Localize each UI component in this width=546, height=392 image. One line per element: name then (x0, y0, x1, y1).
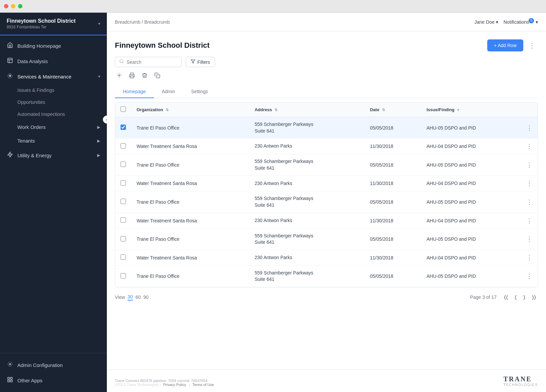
settings-icon[interactable] (115, 71, 124, 81)
fullscreen-button[interactable] (18, 4, 22, 8)
row-address-4: 559 Schamberger ParkwaysSuite 641 (249, 191, 364, 213)
filter-button[interactable]: Filters (186, 57, 215, 67)
sidebar-item-building-homepage[interactable]: Building Homepage (0, 38, 107, 53)
tab-admin[interactable]: Admin (154, 85, 183, 98)
row-checkbox-5[interactable] (121, 217, 126, 223)
header-actions: + Add Row ⋮ (487, 39, 538, 51)
search-input[interactable] (127, 59, 177, 65)
user-menu-chevron: ▾ (496, 19, 498, 25)
row-organization-7: Water Treatment Santa Rosa (131, 250, 249, 265)
row-checkbox-1[interactable] (121, 143, 126, 149)
content-header: Finneytown School District + Add Row ⋮ (115, 39, 538, 51)
row-checkbox-3[interactable] (121, 180, 126, 186)
work-orders-arrow: ▶ (97, 125, 100, 130)
svg-rect-12 (131, 76, 134, 78)
view-90[interactable]: 90 (143, 295, 149, 300)
table-row: Water Treatment Santa Rosa 230 Antwon Pa… (115, 176, 538, 191)
view-60[interactable]: 60 (136, 295, 141, 300)
row-checkbox-2[interactable] (121, 162, 126, 167)
close-button[interactable] (4, 4, 8, 8)
table-header-row: Organization ⇅ Address ⇅ Date ⇅ Issue/Fi… (115, 103, 538, 117)
terms-link[interactable]: Terms of Use (192, 383, 214, 387)
col-date[interactable]: Date ⇅ (365, 103, 421, 117)
row-more-button-2[interactable]: ⋮ (521, 154, 538, 176)
last-page-button[interactable]: ⟩⟩ (530, 293, 538, 302)
row-more-button-5[interactable]: ⋮ (521, 213, 538, 228)
col-issue-finding[interactable]: Issue/Finding ▾ (421, 103, 521, 117)
prev-page-button[interactable]: ⟨ (513, 293, 519, 302)
notifications-button[interactable]: Notifications 5 ▾ (504, 19, 538, 25)
row-more-button-6[interactable]: ⋮ (521, 228, 538, 250)
row-more-button-0[interactable]: ⋮ (521, 117, 538, 139)
user-menu[interactable]: Jane Doe ▾ (475, 19, 498, 25)
row-checkbox-8[interactable] (121, 273, 126, 278)
row-checkbox-4[interactable] (121, 199, 126, 204)
search-box (115, 57, 182, 67)
sidebar-item-automated-inspections[interactable]: Automated Inspections (0, 108, 107, 120)
copy-icon[interactable] (153, 71, 162, 81)
sidebar-item-data-analysis[interactable]: Data Analysis (0, 53, 107, 69)
minimize-button[interactable] (11, 4, 15, 8)
row-organization-4: Trane El Paso Office (131, 191, 249, 213)
row-issue-finding-5: AHU-04 DSPO and PID (421, 213, 521, 228)
next-page-button[interactable]: ⟩ (521, 293, 527, 302)
row-more-button-4[interactable]: ⋮ (521, 191, 538, 213)
more-options-button[interactable]: ⋮ (526, 40, 538, 51)
sidebar-org-chevron[interactable]: ▾ (98, 21, 100, 26)
row-more-button-3[interactable]: ⋮ (521, 176, 538, 191)
add-row-button[interactable]: + Add Row (487, 39, 523, 51)
footer-left: Trane Connect 865476 pipeline: 7654 comm… (115, 379, 214, 387)
other-apps-icon (7, 377, 13, 384)
row-issue-finding-7: AHU-04 DSPO and PID (421, 250, 521, 265)
sidebar-item-admin-configuration[interactable]: Admin Configuration (0, 357, 107, 373)
svg-line-9 (123, 62, 124, 63)
row-checkbox-cell-6 (115, 228, 131, 250)
table-row: Trane El Paso Office 559 Schamberger Par… (115, 228, 538, 250)
view-30[interactable]: 30 (128, 294, 133, 301)
tab-homepage[interactable]: Homepage (115, 85, 154, 98)
row-organization-6: Trane El Paso Office (131, 228, 249, 250)
sidebar-item-utility-energy[interactable]: Utility & Energy ▶ (0, 148, 107, 163)
row-more-button-8[interactable]: ⋮ (521, 265, 538, 287)
row-more-button-1[interactable]: ⋮ (521, 139, 538, 154)
delete-icon[interactable] (140, 71, 149, 81)
row-checkbox-6[interactable] (121, 236, 126, 241)
sidebar-item-tenants[interactable]: Tenants ▶ (0, 134, 107, 148)
col-organization[interactable]: Organization ⇅ (131, 103, 249, 117)
sidebar-item-other-apps[interactable]: Other Apps (0, 373, 107, 388)
row-more-button-7[interactable]: ⋮ (521, 250, 538, 265)
svg-point-3 (9, 364, 11, 365)
privacy-policy-link[interactable]: Privacy Policy (163, 383, 186, 387)
app-info: Trane Connect 865476 pipeline: 7654 comm… (115, 379, 214, 383)
sidebar-item-tenants-label: Tenants (17, 138, 93, 144)
sidebar-item-issues-findings[interactable]: Issues & Findings (0, 84, 107, 96)
sidebar-item-work-orders[interactable]: Work Orders ▶ (0, 120, 107, 134)
row-checkbox-0[interactable] (121, 125, 126, 130)
row-organization-3: Water Treatment Santa Rosa (131, 176, 249, 191)
footer-links: ©2021 Trane Technologies | Privacy Polic… (115, 383, 214, 387)
row-address-1: 230 Antwon Parks (249, 139, 364, 154)
row-address-8: 559 Schamberger ParkwaysSuite 641 (249, 265, 364, 287)
content-title: Finneytown School District (115, 41, 210, 50)
svg-rect-0 (8, 58, 12, 63)
sidebar-item-services-maintenance[interactable]: Services & Maintenance ▾ (0, 69, 107, 84)
tab-settings[interactable]: Settings (183, 85, 216, 98)
first-page-button[interactable]: ⟨⟨ (502, 293, 510, 302)
row-checkbox-7[interactable] (121, 254, 126, 260)
utility-energy-icon (7, 152, 13, 159)
sidebar-item-work-orders-label: Work Orders (17, 124, 93, 130)
data-table: Organization ⇅ Address ⇅ Date ⇅ Issue/Fi… (115, 103, 538, 287)
col-address[interactable]: Address ⇅ (249, 103, 364, 117)
table-row: Trane El Paso Office 559 Schamberger Par… (115, 154, 538, 176)
row-issue-finding-4: AHU-05 DSPO and PID (421, 191, 521, 213)
filter-icon (191, 59, 195, 65)
print-icon[interactable] (128, 71, 136, 81)
select-all-checkbox[interactable] (121, 107, 126, 112)
table-row: Trane El Paso Office 559 Schamberger Par… (115, 265, 538, 287)
svg-point-11 (119, 75, 120, 76)
sidebar-item-opportunities[interactable]: Opportunities (0, 96, 107, 108)
breadcrumb: Breadcrumb / Breadcrumb (115, 19, 170, 25)
view-label: View (115, 295, 125, 300)
sidebar: Finneytown School District 8916 Fontainb… (0, 13, 107, 392)
sidebar-navigation: Building Homepage Data Analysis Services… (0, 35, 107, 353)
